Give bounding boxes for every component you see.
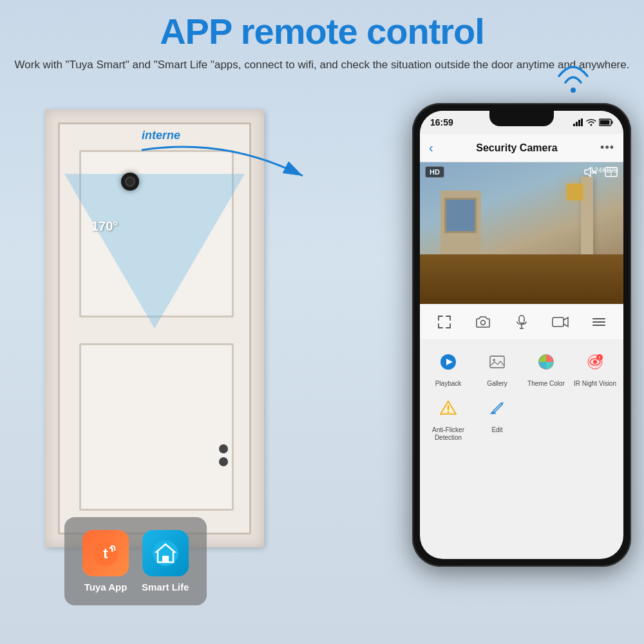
more-icon[interactable]: ••• — [600, 141, 614, 155]
svg-point-6 — [571, 88, 576, 93]
menu-ctrl[interactable] — [589, 312, 609, 332]
svg-point-20 — [481, 320, 486, 325]
app-header: ‹ Security Camera ••• — [420, 134, 623, 162]
edit-feature[interactable]: Edit — [474, 393, 520, 442]
svg-point-31 — [493, 359, 495, 361]
page-title: APP remote control — [0, 12, 644, 52]
theme-feature[interactable]: Theme Color — [523, 346, 569, 388]
door-handle-bottom — [219, 457, 228, 466]
svg-rect-30 — [490, 356, 504, 368]
door-handle-top — [219, 444, 228, 453]
status-time: 16:59 — [430, 117, 453, 128]
gallery-icon-circle — [482, 346, 513, 377]
outdoor-scene — [420, 162, 623, 304]
wifi-icon — [554, 64, 592, 104]
scene-floor — [420, 254, 623, 304]
tuya-icon-circle: t — [82, 530, 129, 576]
expand-ctrl[interactable] — [434, 312, 455, 332]
playback-label: Playback — [435, 380, 462, 388]
gallery-icon — [488, 353, 506, 371]
phone-screen: 16:59 — [420, 111, 623, 559]
tuya-app-label: Tuya App — [84, 582, 128, 592]
status-icons — [573, 118, 613, 126]
svg-point-40 — [448, 412, 450, 413]
video-controls-overlay: HD — [425, 166, 444, 178]
svg-text:t: t — [103, 545, 108, 562]
fov-label: 170° — [91, 219, 118, 234]
tuya-app-item[interactable]: t Tuya App — [82, 530, 129, 592]
smart-home-icon — [151, 539, 180, 567]
playback-icon — [439, 353, 457, 371]
speed-label: 124KB/S — [591, 166, 618, 174]
record-icon — [552, 316, 569, 328]
phone-notch — [489, 111, 554, 126]
svg-text:!: ! — [599, 355, 600, 360]
ir-label: IR Night Vision — [574, 380, 616, 388]
back-icon[interactable]: ‹ — [429, 140, 433, 155]
internet-arrow: interne — [142, 129, 309, 195]
svg-rect-24 — [553, 317, 564, 327]
svg-rect-21 — [519, 316, 524, 323]
ir-feature[interactable]: ! IR Night Vision — [572, 346, 618, 388]
mic-icon — [516, 315, 527, 329]
playback-icon-circle — [433, 346, 464, 377]
page-subtitle: Work with "Tuya Smart" and "Smart Life "… — [0, 57, 644, 73]
antiflicker-label: Anti-Flicker Detection — [425, 426, 471, 442]
edit-icon-circle — [482, 393, 513, 424]
gallery-label: Gallery — [487, 380, 507, 388]
wifi-status-icon — [586, 118, 596, 126]
door-panel-bottom — [79, 343, 234, 511]
theme-label: Theme Color — [527, 380, 565, 388]
gallery-feature[interactable]: Gallery — [474, 346, 520, 388]
svg-point-11 — [591, 124, 592, 126]
scene-lantern — [567, 184, 583, 200]
expand-icon — [437, 315, 451, 329]
fov-triangle — [64, 174, 245, 328]
theme-icon — [537, 353, 555, 371]
signal-icon — [573, 118, 583, 126]
svg-point-35 — [593, 360, 597, 364]
mic-ctrl[interactable] — [511, 312, 532, 332]
arrow-svg — [142, 144, 309, 195]
theme-icon-circle — [531, 346, 562, 377]
header-section: APP remote control Work with "Tuya Smart… — [0, 12, 644, 73]
svg-rect-8 — [576, 122, 578, 126]
antiflicker-feature[interactable]: Anti-Flicker Detection — [425, 393, 471, 442]
video-bottom-controls — [420, 304, 623, 340]
svg-rect-10 — [581, 118, 583, 126]
record-ctrl[interactable] — [550, 312, 571, 332]
hd-badge: HD — [425, 166, 444, 178]
feature-grid: Playback Gallery — [420, 340, 623, 448]
svg-rect-14 — [600, 120, 610, 125]
menu-icon — [592, 316, 606, 328]
smart-life-label: Smart Life — [142, 582, 189, 592]
edit-label: Edit — [491, 426, 502, 434]
phone: 16:59 — [412, 103, 631, 567]
battery-icon — [599, 118, 613, 126]
scene-window — [444, 198, 477, 233]
ir-icon: ! — [586, 353, 604, 371]
svg-rect-13 — [612, 121, 613, 124]
arrow-label: interne — [142, 129, 309, 142]
ir-icon-circle: ! — [580, 346, 611, 377]
svg-rect-9 — [578, 120, 580, 126]
app-icons-container: t Tuya App Smart Life — [64, 517, 207, 605]
edit-icon — [488, 399, 506, 417]
app-title: Security Camera — [433, 142, 600, 154]
antiflicker-icon-circle — [433, 393, 464, 424]
camera-dot — [121, 173, 139, 191]
smart-icon-circle — [142, 530, 189, 576]
tuya-logo-icon: t — [91, 539, 120, 567]
wifi-svg — [554, 64, 592, 97]
svg-rect-5 — [162, 556, 169, 562]
playback-feature[interactable]: Playback — [425, 346, 471, 388]
camera-icon — [476, 316, 490, 328]
video-area: HD 124KB/S — [420, 162, 623, 304]
svg-rect-7 — [573, 124, 575, 126]
smart-life-item[interactable]: Smart Life — [142, 530, 189, 592]
screenshot-ctrl[interactable] — [473, 312, 493, 332]
antiflicker-icon — [439, 399, 457, 417]
